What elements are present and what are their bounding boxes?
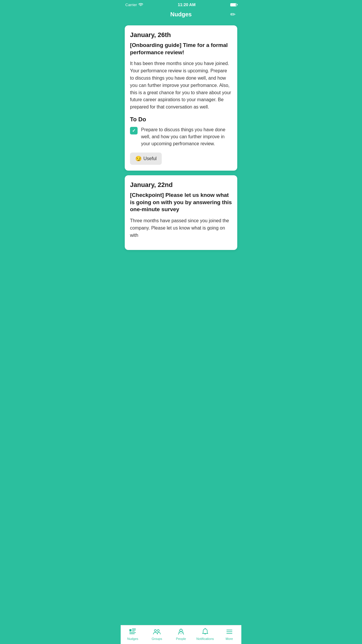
nudge-card-1: January, 26th [Onboarding guide] Time fo… bbox=[125, 25, 237, 171]
carrier-label: Carrier bbox=[125, 3, 137, 7]
battery-icon bbox=[230, 3, 237, 6]
todo-section-title: To Do bbox=[130, 116, 232, 123]
todo-checkbox-1[interactable]: ✓ bbox=[130, 127, 138, 134]
todo-item-1-text: Prepare to discuss things you have done … bbox=[141, 126, 232, 147]
page-title: Nudges bbox=[170, 11, 191, 18]
status-left: Carrier bbox=[125, 3, 143, 7]
useful-emoji: 😏 bbox=[135, 155, 142, 162]
card-1-title: [Onboarding guide] Time for a formal per… bbox=[130, 42, 232, 56]
useful-label: Useful bbox=[143, 156, 157, 161]
card-1-date: January, 26th bbox=[130, 31, 232, 39]
card-1-body: It has been three months since you have … bbox=[130, 60, 232, 111]
content-area: January, 26th [Onboarding guide] Time fo… bbox=[121, 22, 241, 273]
card-2-body: Three months have passed since you joine… bbox=[130, 217, 232, 239]
checkmark-icon: ✓ bbox=[132, 128, 136, 133]
card-2-title: [Checkpoint] Please let us know what is … bbox=[130, 192, 232, 213]
card-2-date: January, 22nd bbox=[130, 181, 232, 189]
nudge-card-2: January, 22nd [Checkpoint] Please let us… bbox=[125, 175, 237, 250]
wifi-icon bbox=[138, 3, 143, 6]
todo-item-1: ✓ Prepare to discuss things you have don… bbox=[130, 126, 232, 147]
status-time: 11:20 AM bbox=[178, 2, 196, 7]
edit-button[interactable]: ✏ bbox=[230, 11, 236, 18]
useful-button[interactable]: 😏 Useful bbox=[130, 153, 162, 165]
status-right bbox=[230, 3, 237, 6]
header: Nudges ✏ bbox=[121, 8, 241, 22]
status-bar: Carrier 11:20 AM bbox=[121, 0, 241, 8]
